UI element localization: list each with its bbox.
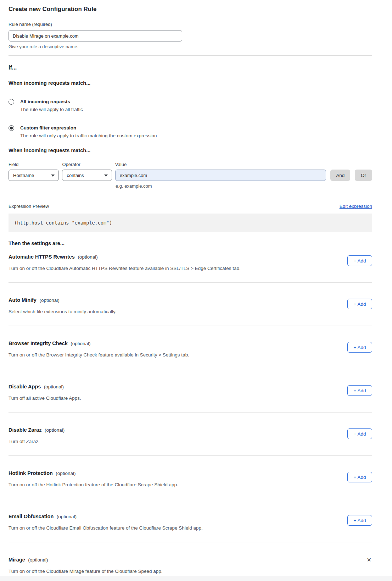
setting-title: Hotlink Protection xyxy=(9,470,53,476)
setting-item: Hotlink Protection (optional) Turn on or… xyxy=(9,456,372,499)
setting-optional-label: (optional) xyxy=(28,557,48,563)
setting-description: Turn on or off the Cloudflare Email Obfu… xyxy=(9,525,372,531)
then-settings-heading: Then the settings are... xyxy=(9,240,372,246)
add-button[interactable]: + Add xyxy=(347,515,372,526)
setting-item: Automatic HTTPS Rewrites (optional) Turn… xyxy=(9,246,372,283)
edit-expression-link[interactable]: Edit expression xyxy=(340,204,372,209)
radio-description: The rule will only apply to traffic matc… xyxy=(20,133,372,138)
setting-optional-label: (optional) xyxy=(57,514,77,519)
chevron-down-icon xyxy=(51,175,55,177)
operator-select[interactable]: contains xyxy=(62,170,112,181)
radio-description: The rule will apply to all traffic xyxy=(20,107,372,112)
radio-label: All incoming requests xyxy=(20,99,70,104)
rule-name-helper: Give your rule a descriptive name. xyxy=(9,44,372,49)
operator-label: Operator xyxy=(62,162,112,167)
radio-option-all-requests: All incoming requests The rule will appl… xyxy=(9,99,372,112)
rule-name-label: Rule name (required) xyxy=(9,22,372,27)
radio-option-custom-filter: Custom filter expression The rule will o… xyxy=(9,125,372,138)
expression-builder-row: Field Hostname Operator contains Value A… xyxy=(9,162,372,181)
setting-description: Select which file extensions to minify a… xyxy=(9,309,372,314)
setting-title: Mirage xyxy=(9,557,25,563)
value-helper: e.g. example.com xyxy=(116,183,372,189)
setting-description: Turn on or off the Hotlink Protection fe… xyxy=(9,482,372,487)
setting-optional-label: (optional) xyxy=(78,254,97,260)
setting-title: Automatic HTTPS Rewrites xyxy=(9,254,75,260)
radio-custom-filter-expression[interactable] xyxy=(9,125,14,131)
expression-code: (http.host contains "example.com") xyxy=(14,220,112,226)
setting-item: Browser Integrity Check (optional) Turn … xyxy=(9,326,372,369)
setting-optional-label: (optional) xyxy=(39,298,59,303)
section-divider xyxy=(9,55,372,56)
field-select-value: Hostname xyxy=(13,173,34,178)
bottom-strip xyxy=(0,576,392,581)
chevron-down-icon xyxy=(104,175,108,177)
settings-list: Automatic HTTPS Rewrites (optional) Turn… xyxy=(9,246,372,581)
field-label: Field xyxy=(9,162,59,167)
add-button[interactable]: + Add xyxy=(347,299,372,309)
setting-description: Turn on or off the Cloudflare Automatic … xyxy=(9,266,372,271)
setting-item: Disable Zaraz (optional) Turn off Zaraz.… xyxy=(9,413,372,456)
add-button[interactable]: + Add xyxy=(347,342,372,353)
radio-label: Custom filter expression xyxy=(20,125,76,131)
setting-optional-label: (optional) xyxy=(44,384,64,389)
setting-title: Email Obfuscation xyxy=(9,514,54,519)
setting-item: Mirage (optional) Turn on or off the Clo… xyxy=(9,542,372,581)
close-icon[interactable]: ✕ xyxy=(367,557,371,563)
setting-item: Email Obfuscation (optional) Turn on or … xyxy=(9,499,372,542)
setting-title: Auto Minify xyxy=(9,297,37,303)
create-configuration-rule-form: Create new Configuration Rule Rule name … xyxy=(0,0,392,581)
value-label: Value xyxy=(115,162,326,167)
or-button[interactable]: Or xyxy=(355,170,372,181)
setting-item: Disable Apps (optional) Turn off all act… xyxy=(9,369,372,413)
setting-description: Turn off Zaraz. xyxy=(9,439,372,444)
setting-title: Disable Apps xyxy=(9,384,41,389)
setting-description: Turn off all active Cloudflare Apps. xyxy=(9,395,372,401)
builder-heading: When incoming requests match... xyxy=(9,148,372,153)
operator-select-value: contains xyxy=(67,173,84,178)
add-button[interactable]: + Add xyxy=(347,472,372,482)
expression-preview-box: (http.host contains "example.com") xyxy=(9,214,372,232)
expression-preview-label: Expression Preview xyxy=(9,204,49,209)
value-input[interactable] xyxy=(115,170,326,181)
setting-title: Browser Integrity Check xyxy=(9,341,68,346)
add-button[interactable]: + Add xyxy=(347,385,372,396)
add-button[interactable]: + Add xyxy=(347,428,372,439)
setting-item: Auto Minify (optional) Select which file… xyxy=(9,283,372,326)
radio-all-incoming-requests[interactable] xyxy=(9,99,14,105)
page-title: Create new Configuration Rule xyxy=(9,6,372,13)
rule-name-input[interactable] xyxy=(9,30,182,42)
setting-title: Disable Zaraz xyxy=(9,427,42,433)
setting-optional-label: (optional) xyxy=(56,471,75,476)
if-heading: If... xyxy=(9,65,372,71)
setting-optional-label: (optional) xyxy=(71,341,90,346)
setting-description: Turn on or off the Browser Integrity Che… xyxy=(9,352,372,358)
field-select[interactable]: Hostname xyxy=(9,170,59,181)
and-button[interactable]: And xyxy=(330,170,350,181)
setting-description: Turn on or off the Cloudflare Mirage fea… xyxy=(9,569,372,574)
match-heading: When incoming requests match... xyxy=(9,80,372,86)
setting-optional-label: (optional) xyxy=(45,427,65,433)
add-button[interactable]: + Add xyxy=(347,255,372,266)
